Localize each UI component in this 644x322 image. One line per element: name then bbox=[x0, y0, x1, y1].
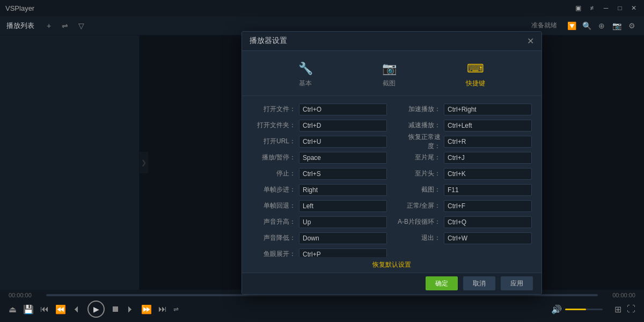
win-tile-button[interactable]: ▣ bbox=[573, 3, 583, 13]
shortcut-vol-up: 声音升高： bbox=[253, 214, 387, 230]
filter-icon[interactable]: ▽ bbox=[75, 20, 87, 32]
app-title: VSPlayer bbox=[5, 4, 34, 12]
shortcut-stop: 停止： bbox=[253, 166, 387, 182]
sc-input-open-file[interactable] bbox=[299, 104, 387, 115]
tab-shortcuts[interactable]: ⌨ 快捷键 bbox=[455, 60, 496, 90]
step-fwd-button[interactable]: ⏵ bbox=[126, 304, 135, 314]
shortcuts-right-col: 加速播放： 减速播放： 恢复正常速度： bbox=[398, 101, 532, 257]
dialog-close-button[interactable]: ✕ bbox=[527, 36, 534, 46]
sc-label-exit: 退出： bbox=[398, 233, 441, 243]
sc-input-speed-up[interactable] bbox=[444, 104, 532, 115]
dialog-overlay: 播放器设置 ✕ 🔧 基本 📷 截图 ⌨ 快捷键 bbox=[140, 35, 644, 290]
playlist-label: 播放列表 bbox=[6, 21, 34, 31]
fast-fwd-button[interactable]: ⏩ bbox=[141, 304, 152, 314]
sc-label-frame-fwd: 单帧步进： bbox=[253, 185, 296, 194]
apply-button[interactable]: 应用 bbox=[501, 276, 533, 290]
volume-icon[interactable]: 🔊 bbox=[551, 304, 562, 314]
volume-fill bbox=[565, 309, 586, 310]
stop-button[interactable]: ⏹ bbox=[111, 304, 120, 314]
sc-label-fullscreen: 正常/全屏： bbox=[398, 201, 441, 210]
time-current: 00:00:00 bbox=[9, 292, 41, 298]
progress-track[interactable] bbox=[46, 294, 598, 296]
sc-input-normal-speed[interactable] bbox=[444, 136, 532, 148]
win-close-button[interactable]: ✕ bbox=[629, 3, 639, 13]
sc-label-play-pause: 播放/暂停： bbox=[253, 153, 296, 162]
dialog-title: 播放器设置 bbox=[250, 36, 287, 46]
volume-area: 🔊 bbox=[551, 304, 603, 314]
sc-input-exit[interactable] bbox=[444, 232, 532, 244]
volume-track[interactable] bbox=[565, 309, 603, 310]
shortcuts-tab-label: 快捷键 bbox=[466, 79, 485, 88]
eject-button[interactable]: ⏏ bbox=[9, 304, 17, 314]
status-text: 准备就绪 bbox=[531, 21, 557, 30]
confirm-button[interactable]: 确定 bbox=[426, 276, 458, 290]
titlebar: VSPlayer ▣ ≠ ─ □ ✕ bbox=[0, 0, 644, 16]
tab-basic[interactable]: 🔧 基本 bbox=[288, 60, 324, 90]
sc-label-to-end: 至片尾： bbox=[398, 153, 441, 162]
search-icon[interactable]: 🔍 bbox=[581, 20, 592, 32]
sc-input-play-pause[interactable] bbox=[299, 152, 387, 164]
tab-screenshot[interactable]: 📷 截图 bbox=[371, 60, 407, 90]
play-button[interactable]: ▶ bbox=[87, 301, 105, 318]
sc-label-to-start: 至片头： bbox=[398, 169, 441, 178]
skip-back-button[interactable]: ⏮ bbox=[40, 304, 49, 314]
sc-input-speed-down[interactable] bbox=[444, 120, 532, 131]
fullscreen-button[interactable]: ⛶ bbox=[627, 304, 635, 314]
sidebar bbox=[0, 35, 140, 290]
sc-input-vol-down[interactable] bbox=[299, 232, 387, 244]
shortcut-vol-down: 声音降低： bbox=[253, 230, 387, 246]
time-total: 00:00:00 bbox=[603, 292, 635, 298]
sc-input-open-folder[interactable] bbox=[299, 120, 387, 131]
sc-label-frame-bwd: 单帧回退： bbox=[253, 201, 296, 210]
shortcut-grid: 打开文件： 打开文件夹： 打开URL： bbox=[253, 101, 531, 257]
sc-label-open-url: 打开URL： bbox=[253, 137, 296, 146]
sc-label-vol-down: 声音降低： bbox=[253, 233, 296, 243]
screenshot-tab-label: 截图 bbox=[383, 79, 396, 88]
settings-icon[interactable]: ⚙ bbox=[626, 20, 638, 32]
basic-tab-icon: 🔧 bbox=[298, 62, 313, 76]
toolbar-right-icons: 🔽 🔍 ⊕ 📷 ⚙ bbox=[566, 20, 638, 32]
win-maximize-button[interactable]: □ bbox=[615, 3, 625, 13]
sc-input-fullscreen[interactable] bbox=[444, 200, 532, 212]
sc-label-stop: 停止： bbox=[253, 169, 296, 178]
shortcut-open-folder: 打开文件夹： bbox=[253, 118, 387, 134]
sc-input-stop[interactable] bbox=[299, 168, 387, 180]
shortcut-speed-up: 加速播放： bbox=[398, 101, 532, 118]
sc-input-fisheye[interactable] bbox=[299, 248, 387, 257]
sc-input-vol-up[interactable] bbox=[299, 216, 387, 228]
save-button[interactable]: 💾 bbox=[23, 304, 34, 314]
step-back-button[interactable]: ⏴ bbox=[72, 304, 81, 314]
shortcut-open-url: 打开URL： bbox=[253, 134, 387, 150]
ab-loop-button[interactable]: ⇌ bbox=[173, 305, 179, 313]
cancel-button[interactable]: 取消 bbox=[463, 276, 495, 290]
win-minimize-button[interactable]: ─ bbox=[601, 3, 611, 13]
sc-input-open-url[interactable] bbox=[299, 136, 387, 148]
window-controls: ▣ ≠ ─ □ ✕ bbox=[573, 3, 639, 13]
shortcut-speed-down: 减速播放： bbox=[398, 118, 532, 134]
sc-input-to-start[interactable] bbox=[444, 168, 532, 180]
shortcuts-tab-icon: ⌨ bbox=[467, 62, 484, 76]
shortcut-exit: 退出： bbox=[398, 230, 532, 246]
sc-label-vol-up: 声音升高： bbox=[253, 217, 296, 226]
restore-defaults-link[interactable]: 恢复默认设置 bbox=[242, 257, 541, 273]
sc-label-normal-speed: 恢复正常速度： bbox=[398, 133, 441, 151]
win-pin-button[interactable]: ≠ bbox=[587, 3, 597, 13]
refresh-icon[interactable]: ⇌ bbox=[59, 20, 71, 32]
sc-input-frame-fwd[interactable] bbox=[299, 184, 387, 196]
player-area: ❯ 播放器设置 ✕ 🔧 基本 📷 截图 bbox=[140, 35, 644, 290]
sc-input-frame-bwd[interactable] bbox=[299, 200, 387, 212]
grid-view-button[interactable]: ⊞ bbox=[614, 304, 621, 314]
filter2-icon[interactable]: 🔽 bbox=[566, 20, 577, 32]
zoom-icon[interactable]: ⊕ bbox=[596, 20, 608, 32]
sc-input-screenshot[interactable] bbox=[444, 184, 532, 196]
add-icon[interactable]: + bbox=[43, 20, 55, 32]
camera-icon[interactable]: 📷 bbox=[611, 20, 623, 32]
rewind-button[interactable]: ⏪ bbox=[55, 304, 66, 314]
sc-input-to-end[interactable] bbox=[444, 152, 532, 164]
control-buttons-row: ⏏ 💾 ⏮ ⏪ ⏴ ▶ ⏹ ⏵ ⏩ ⏭ ⇌ 🔊 ⊞ ⛶ bbox=[9, 301, 635, 318]
sc-input-ab-loop[interactable] bbox=[444, 216, 532, 228]
shortcut-screenshot: 截图： bbox=[398, 182, 532, 198]
skip-fwd-button[interactable]: ⏭ bbox=[158, 304, 167, 314]
shortcut-to-end: 至片尾： bbox=[398, 150, 532, 166]
sc-label-speed-down: 减速播放： bbox=[398, 121, 441, 130]
